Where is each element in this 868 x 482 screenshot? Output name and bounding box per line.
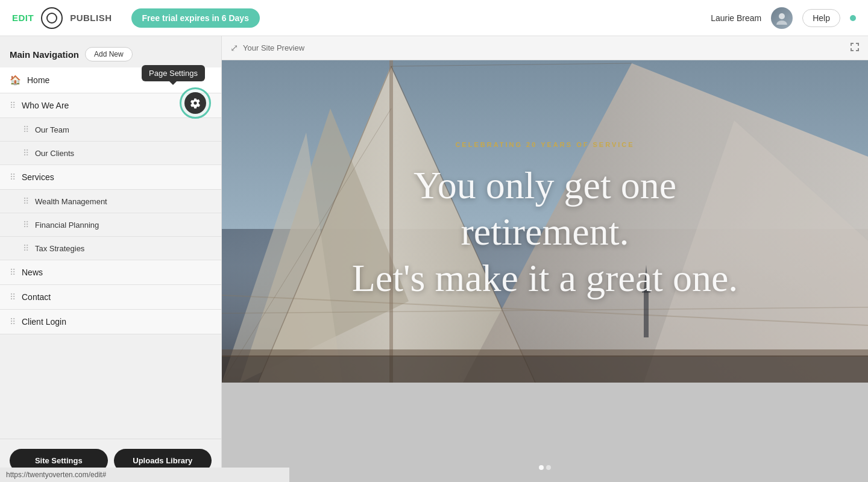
publish-button[interactable]: PUBLISH [70, 13, 112, 23]
home-icon: 🏠 [10, 75, 21, 86]
nav-item-client-login[interactable]: ⠿ Client Login [0, 310, 221, 334]
nav-item-label: Client Login [22, 317, 66, 327]
nav-subitem-financial-planning[interactable]: ⠿ Financial Planning [0, 213, 221, 237]
drag-handle-icon: ⠿ [10, 172, 16, 182]
nav-item-label: Services [22, 172, 54, 182]
drag-handle-icon: ⠿ [10, 317, 16, 327]
preview-area: CELEBRATING 20 YEARS OF SERVICE You only… [222, 60, 868, 482]
nav-item-news[interactable]: ⠿ News [0, 260, 221, 285]
nav-item-services[interactable]: ⠿ Services [0, 165, 221, 190]
nav-item-label: Home [27, 75, 49, 85]
hero-background: CELEBRATING 20 YEARS OF SERVICE You only… [222, 60, 868, 383]
hero-headline: You only get one retirement. Let's make … [352, 163, 738, 301]
nav-item-label: News [22, 268, 43, 277]
top-bar-right: Laurie Bream Help [711, 7, 856, 29]
user-avatar[interactable] [771, 7, 793, 29]
toggle-button[interactable] [41, 7, 63, 29]
nav-subitem-label: Our Team [35, 125, 69, 134]
nav-item-contact[interactable]: ⠿ Contact [0, 285, 221, 310]
nav-item-label: Who We Are [22, 101, 69, 110]
preview-label: Your Site Preview [243, 43, 304, 52]
fullscreen-icon[interactable] [850, 42, 860, 54]
page-settings-tooltip: Page Settings [142, 65, 205, 81]
avatar-image [771, 7, 793, 29]
url-text: https://twentyoverten.com/edit# [6, 471, 106, 479]
settings-gear-button[interactable] [184, 92, 206, 114]
top-bar: EDIT PUBLISH Free trial expires in 6 Day… [0, 0, 868, 36]
nav-item-label: Contact [22, 292, 51, 302]
drag-handle-icon: ⠿ [23, 243, 29, 253]
top-bar-left: EDIT PUBLISH Free trial expires in 6 Day… [12, 7, 260, 29]
dot-1 [539, 465, 544, 470]
svg-point-1 [776, 20, 787, 25]
preview-bar: ⤢ Your Site Preview [222, 36, 868, 60]
trial-button[interactable]: Free trial expires in 6 Days [131, 8, 260, 28]
sidebar-title: Main Navigation [10, 49, 79, 60]
toggle-inner [46, 13, 57, 23]
svg-point-0 [779, 13, 785, 19]
drag-handle-icon: ⠿ [23, 148, 29, 158]
hero-subtitle: CELEBRATING 20 YEARS OF SERVICE [455, 141, 634, 148]
nav-subitem-our-team[interactable]: ⠿ Our Team [0, 118, 221, 142]
drag-handle-icon: ⠿ [10, 268, 16, 277]
help-button[interactable]: Help [802, 9, 840, 27]
expand-icon: ⤢ [230, 42, 238, 54]
drag-handle-icon: ⠿ [10, 101, 16, 110]
site-preview: CELEBRATING 20 YEARS OF SERVICE You only… [222, 60, 868, 482]
drag-handle-icon: ⠿ [23, 125, 29, 134]
url-bar: https://twentyoverten.com/edit# [0, 468, 289, 482]
drag-handle-icon: ⠿ [23, 220, 29, 230]
add-new-button[interactable]: Add New [85, 47, 133, 61]
nav-subitem-label: Financial Planning [35, 221, 99, 230]
nav-subitem-label: Our Clients [35, 149, 74, 158]
nav-list: 🏠 Home ⠿ Who We Are ⠿ Our Team ⠿ Our Cli… [0, 67, 221, 439]
drag-handle-icon: ⠿ [23, 196, 29, 206]
preview-dots [539, 465, 551, 470]
hero-text: CELEBRATING 20 YEARS OF SERVICE You only… [222, 60, 868, 383]
nav-subitem-label: Wealth Management [35, 197, 107, 206]
nav-subitem-tax-strategies[interactable]: ⠿ Tax Strategies [0, 237, 221, 260]
nav-subitem-label: Tax Strategies [35, 244, 84, 253]
notification-dot [850, 15, 856, 21]
sidebar-header: Main Navigation Add New [0, 36, 221, 67]
nav-subitem-our-clients[interactable]: ⠿ Our Clients [0, 142, 221, 165]
drag-handle-icon: ⠿ [10, 292, 16, 302]
edit-button[interactable]: EDIT [12, 13, 34, 23]
settings-circle [180, 87, 211, 119]
nav-subitem-wealth-management[interactable]: ⠿ Wealth Management [0, 190, 221, 213]
dot-2 [546, 465, 551, 470]
user-name: Laurie Bream [711, 13, 761, 23]
